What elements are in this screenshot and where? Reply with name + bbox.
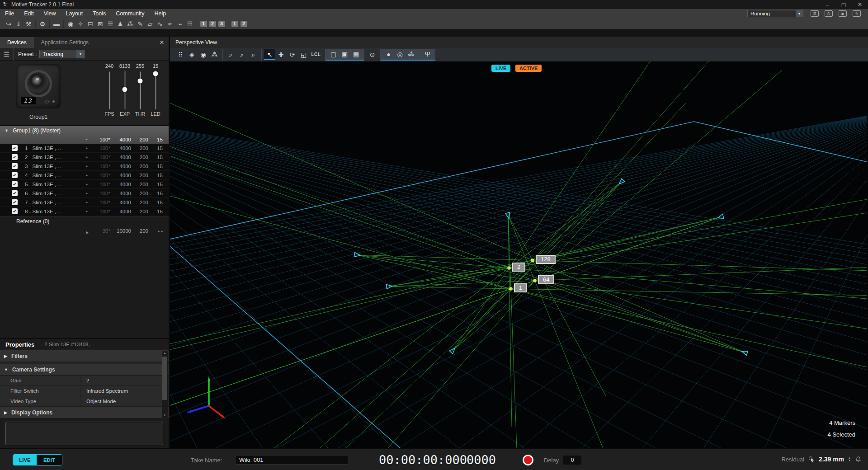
camera-checkbox[interactable] <box>12 181 18 187</box>
slider-knob[interactable] <box>153 71 158 76</box>
tab-perspective-view[interactable]: Perspective View <box>175 39 217 46</box>
smoothing-icon[interactable]: ≈ <box>165 20 175 28</box>
crop-icon[interactable]: ▱ <box>145 20 155 28</box>
preset-dropdown[interactable]: Tracking ▼ <box>39 50 85 58</box>
section-camera-settings[interactable]: ▼ Camera Settings <box>0 364 169 376</box>
import-icon[interactable]: ↪ <box>4 20 14 28</box>
camera-glyph[interactable] <box>387 284 392 289</box>
live-mode-button[interactable]: LIVE <box>13 455 37 465</box>
camera-row[interactable]: 1 - Slim 13E ,… ◔ 100* 4000 200 15 <box>0 144 169 153</box>
scale-tool-icon[interactable]: ◱ <box>298 49 309 60</box>
reference-group-label[interactable]: Reference (0) <box>0 216 169 226</box>
edit-mode-button[interactable]: EDIT <box>37 455 62 465</box>
camera-checkbox[interactable] <box>12 208 18 214</box>
scroll-down-icon[interactable]: ▼ <box>162 413 168 418</box>
3d-scene[interactable]: LIVE ACTIVE 4 Markers 4 Selected 1282641 <box>170 61 868 448</box>
reference-row[interactable]: 30* 10000 200 - - <box>0 226 169 236</box>
view-cube-icon[interactable]: ◈ <box>186 49 198 60</box>
slider-track[interactable] <box>109 71 110 109</box>
record-button[interactable] <box>523 455 533 465</box>
close-button[interactable]: ✕ <box>852 0 868 9</box>
camera-row[interactable]: 7 - Slim 13E ,… ◔ 100* 4000 200 15 <box>0 198 169 207</box>
properties-scrollbar[interactable]: ▲ ▼ <box>162 351 168 418</box>
viewport-camera-icon[interactable]: ◉ <box>198 49 209 60</box>
camera-glyph[interactable] <box>741 351 748 355</box>
settings-gear-icon[interactable]: ⚙ <box>38 20 47 28</box>
marker-dot[interactable] <box>533 279 537 282</box>
camera-checkbox[interactable] <box>12 199 18 205</box>
menu-help[interactable]: Help <box>150 9 171 18</box>
marker-label[interactable]: 1 <box>514 283 527 292</box>
chevron-down-icon[interactable]: ▼ <box>76 50 84 58</box>
menu-view[interactable]: View <box>39 9 61 18</box>
asset-visibility-icon[interactable]: ⁂ <box>406 49 417 60</box>
menu-tools[interactable]: Tools <box>88 9 111 18</box>
camera-checkbox[interactable] <box>12 190 18 196</box>
close-panel-icon[interactable]: ✕ <box>160 39 169 46</box>
slider-knob[interactable] <box>138 78 143 83</box>
rotate-tool-icon[interactable]: ⟳ <box>287 49 298 60</box>
take-name-input[interactable] <box>235 455 348 465</box>
tracked-rays-icon[interactable]: ⁂ <box>209 49 220 60</box>
property-row[interactable]: Video Type Object Mode <box>0 396 169 407</box>
delete-data-icon[interactable]: ⊠ <box>95 20 105 28</box>
delay-input[interactable]: 0 <box>563 456 581 465</box>
save-icon[interactable]: ⇓ <box>14 20 24 28</box>
slider-track[interactable] <box>140 71 141 109</box>
select-tool-icon[interactable]: ↖ <box>264 49 275 60</box>
camera-row[interactable]: 5 - Slim 13E ,… ◔ 100* 4000 200 15 <box>0 180 169 189</box>
engine-status-dropdown[interactable]: Running ▼ <box>747 10 803 17</box>
slider-track[interactable] <box>155 71 156 109</box>
camera-visibility-icon[interactable]: ◎ <box>394 49 406 60</box>
camera-preset-2-button[interactable]: 2 <box>209 21 216 27</box>
property-row[interactable]: Filter Switch Infrared Spectrum <box>0 386 169 396</box>
zoom-in-icon[interactable]: ⌕ <box>225 49 236 60</box>
marker-label[interactable]: 64 <box>538 275 554 284</box>
camera-glyph[interactable] <box>619 179 625 184</box>
collapse-triangle-icon[interactable]: ▶ <box>4 410 7 415</box>
data-list-icon[interactable]: ☰ <box>105 20 115 28</box>
camera-checkbox[interactable] <box>12 172 18 178</box>
camera-checkbox[interactable] <box>12 163 18 169</box>
marker-dot[interactable] <box>509 287 513 291</box>
rigid-body-icon[interactable]: ⁂ <box>125 20 135 28</box>
tab-devices[interactable]: Devices <box>0 37 34 48</box>
slider-track[interactable] <box>124 71 126 109</box>
camera-group-card[interactable]: 13 Group1 240 FPS 8133 EXP 255 THR 15 LE… <box>0 61 169 126</box>
marker-label[interactable]: 2 <box>512 263 525 272</box>
pane-layout-icon[interactable]: ⠿ <box>175 49 186 60</box>
menu-file[interactable]: File <box>0 9 19 18</box>
assets-pane-toggle-icon[interactable]: ⁂ <box>825 10 833 17</box>
menu-community[interactable]: Community <box>111 9 149 18</box>
scene-canvas[interactable] <box>170 61 867 448</box>
skeleton-visibility-icon[interactable]: Ψ <box>422 49 433 60</box>
marker-dot[interactable] <box>508 267 511 270</box>
zoom-region-icon[interactable]: ⌕ <box>236 49 248 60</box>
graphs-icon[interactable]: ☶ <box>185 20 195 28</box>
edit-pane-toggle-icon[interactable]: ✎ <box>853 10 861 17</box>
marker-visibility-icon[interactable]: ● <box>383 49 394 60</box>
layout-preset-1-button[interactable]: 1 <box>231 21 238 27</box>
property-value[interactable]: Infrared Spectrum <box>80 388 128 394</box>
chevron-down-icon[interactable]: ▼ <box>796 10 803 17</box>
device-list-icon[interactable]: ☰ <box>0 48 14 61</box>
menu-edit[interactable]: Edit <box>19 9 39 18</box>
edit-pen-icon[interactable]: ✎ <box>135 20 145 28</box>
devices-pane-toggle-icon[interactable]: ☰ <box>811 10 819 17</box>
collapse-triangle-icon[interactable]: ▶ <box>4 354 7 358</box>
wand-icon[interactable]: ✧ <box>75 20 85 28</box>
section-filters[interactable]: ▶ Filters <box>0 350 169 362</box>
property-row[interactable]: Gain 2 <box>0 376 169 386</box>
camera-row[interactable]: 2 - Slim 13E ,… ◔ 100* 4000 200 15 <box>0 153 169 162</box>
stepper-icon[interactable]: ▲▼ <box>848 457 851 462</box>
visibility-eye-icon[interactable]: ⊙ <box>367 49 378 60</box>
camera-preset-1-button[interactable]: 1 <box>200 21 207 27</box>
maximize-button[interactable]: ▢ <box>835 0 852 9</box>
tab-application-settings[interactable]: Application Settings <box>34 37 96 48</box>
camera-checkbox[interactable] <box>12 154 18 160</box>
trajectory-icon[interactable]: ∿ <box>155 20 165 28</box>
camera-row[interactable]: 8 - Slim 13E ,… ◔ 100* 4000 200 15 <box>0 207 169 216</box>
slider-knob[interactable] <box>123 87 127 92</box>
property-value[interactable]: Object Mode <box>80 399 116 404</box>
section-display-options[interactable]: ▶ Display Options <box>0 407 169 418</box>
